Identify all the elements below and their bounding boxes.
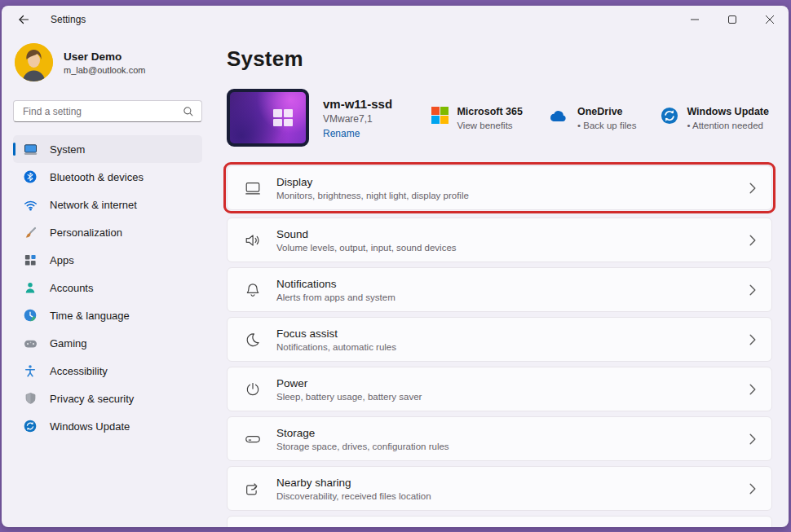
row-storage[interactable]: Storage Storage space, drives, configura… xyxy=(227,416,772,461)
row-subtitle: Storage space, drives, configuration rul… xyxy=(276,442,449,451)
sidebar-item-network-internet[interactable]: Network & internet xyxy=(13,191,202,218)
sidebar-item-time-language[interactable]: Time & language xyxy=(13,301,202,329)
badge-subtitle: • Back up files xyxy=(577,121,636,130)
row-nearby-sharing[interactable]: Nearby sharing Discoverability, received… xyxy=(227,466,772,511)
minimize-button[interactable] xyxy=(676,6,714,33)
rename-link[interactable]: Rename xyxy=(323,128,392,139)
windows-update-sync-icon xyxy=(661,107,678,130)
sidebar-item-label: Bluetooth & devices xyxy=(50,171,144,183)
sidebar-item-label: Privacy & security xyxy=(50,393,134,405)
page-title: System xyxy=(227,46,772,72)
sidebar-item-label: Gaming xyxy=(50,337,87,350)
badge-title: OneDrive xyxy=(577,106,636,117)
row-title: Sound xyxy=(276,228,457,240)
clock-icon xyxy=(23,309,38,323)
sidebar-item-label: Personalization xyxy=(50,226,122,239)
sidebar-item-gaming[interactable]: Gaming xyxy=(13,329,202,357)
back-arrow-icon xyxy=(17,13,30,26)
row-title: Notifications xyxy=(276,278,396,290)
row-texts: Power Sleep, battery usage, battery save… xyxy=(276,377,422,402)
sidebar-item-bluetooth-devices[interactable]: Bluetooth & devices xyxy=(13,163,202,191)
badge-subtitle: • Attention needed xyxy=(687,121,769,130)
row-title: Storage xyxy=(276,427,449,439)
bluetooth-icon xyxy=(23,170,38,184)
device-thumbnail xyxy=(227,89,309,147)
sidebar-item-label: Network & internet xyxy=(50,199,137,211)
search-icon xyxy=(183,106,194,117)
apps-icon xyxy=(23,253,38,267)
badge-windows-update[interactable]: Windows Update • Attention needed xyxy=(661,106,769,130)
window-controls xyxy=(676,6,789,33)
person-icon xyxy=(23,281,38,295)
user-account-block[interactable]: User Demo m_lab@outlook.com xyxy=(13,38,202,86)
settings-window: Settings xyxy=(2,6,789,527)
badge-onedrive[interactable]: OneDrive • Back up files xyxy=(547,106,636,130)
row-title: Nearby sharing xyxy=(276,477,431,489)
row-multitasking[interactable]: Multitasking xyxy=(227,516,772,527)
chevron-right-icon xyxy=(749,235,756,246)
search-box[interactable] xyxy=(13,100,202,122)
storage-drive-icon xyxy=(243,430,263,448)
row-texts: Display Monitors, brightness, night ligh… xyxy=(276,176,469,200)
row-focus-assist[interactable]: Focus assist Notifications, automatic ru… xyxy=(227,317,772,362)
row-notifications[interactable]: Notifications Alerts from apps and syste… xyxy=(227,267,772,312)
row-subtitle: Alerts from apps and system xyxy=(276,292,396,302)
row-title: Power xyxy=(276,377,422,389)
search-input[interactable] xyxy=(21,105,183,118)
badge-title: Microsoft 365 xyxy=(457,106,523,117)
sidebar-item-windows-update[interactable]: Windows Update xyxy=(13,412,202,440)
back-button[interactable] xyxy=(10,7,38,32)
window-content: User Demo m_lab@outlook.com xyxy=(2,33,789,527)
sidebar: User Demo m_lab@outlook.com xyxy=(2,33,215,527)
row-title: Display xyxy=(276,176,469,188)
titlebar: Settings xyxy=(2,6,789,33)
desktop-background: Settings xyxy=(0,0,791,532)
accessibility-person-icon xyxy=(23,364,38,378)
chevron-right-icon xyxy=(749,483,756,495)
badge-texts: Microsoft 365 View benefits xyxy=(457,106,523,130)
sidebar-item-label: Apps xyxy=(50,254,74,266)
bell-icon xyxy=(243,281,263,299)
device-name: vm-w11-ssd xyxy=(323,97,392,111)
sidebar-item-personalization[interactable]: Personalization xyxy=(13,218,202,246)
sidebar-item-label: Accounts xyxy=(50,282,93,294)
share-icon xyxy=(243,480,263,498)
display-icon xyxy=(243,179,263,197)
row-texts: Nearby sharing Discoverability, received… xyxy=(276,477,431,501)
close-icon xyxy=(766,15,774,24)
user-email: m_lab@outlook.com xyxy=(64,65,145,75)
main-panel: System vm-w11-ssd VMware7,1 Rename xyxy=(215,33,789,527)
row-sound[interactable]: Sound Volume levels, output, input, soun… xyxy=(227,218,772,262)
chevron-right-icon xyxy=(749,384,756,395)
row-texts: Focus assist Notifications, automatic ru… xyxy=(276,328,396,352)
sidebar-item-privacy-security[interactable]: Privacy & security xyxy=(13,385,202,412)
sidebar-item-accessibility[interactable]: Accessibility xyxy=(13,357,202,385)
close-button[interactable] xyxy=(751,6,789,33)
device-info: vm-w11-ssd VMware7,1 Rename xyxy=(323,97,392,139)
maximize-button[interactable] xyxy=(714,6,751,33)
sound-icon xyxy=(243,231,263,249)
paintbrush-icon xyxy=(23,226,38,240)
user-name: User Demo xyxy=(64,51,145,63)
row-subtitle: Sleep, battery usage, battery saver xyxy=(276,392,422,402)
row-display[interactable]: Display Monitors, brightness, night ligh… xyxy=(227,165,772,210)
device-model: VMware7,1 xyxy=(323,113,392,125)
sidebar-item-accounts[interactable]: Accounts xyxy=(13,274,202,301)
game-controller-icon xyxy=(23,336,38,350)
system-icon xyxy=(23,143,38,156)
row-power[interactable]: Power Sleep, battery usage, battery save… xyxy=(227,367,772,411)
moon-icon xyxy=(243,331,263,349)
settings-rows: Display Monitors, brightness, night ligh… xyxy=(227,165,772,527)
chevron-right-icon xyxy=(749,334,756,345)
user-texts: User Demo m_lab@outlook.com xyxy=(64,51,145,75)
row-title: Focus assist xyxy=(276,328,396,340)
sidebar-item-apps[interactable]: Apps xyxy=(13,246,202,274)
chevron-right-icon xyxy=(749,284,756,296)
sidebar-item-system[interactable]: System xyxy=(13,135,202,163)
onedrive-cloud-icon xyxy=(547,107,569,130)
windows-logo-icon xyxy=(273,109,293,126)
badge-microsoft-365[interactable]: Microsoft 365 View benefits xyxy=(431,106,523,130)
minimize-icon xyxy=(691,15,699,24)
row-texts: Sound Volume levels, output, input, soun… xyxy=(276,228,457,253)
sidebar-item-label: Windows Update xyxy=(50,420,130,433)
